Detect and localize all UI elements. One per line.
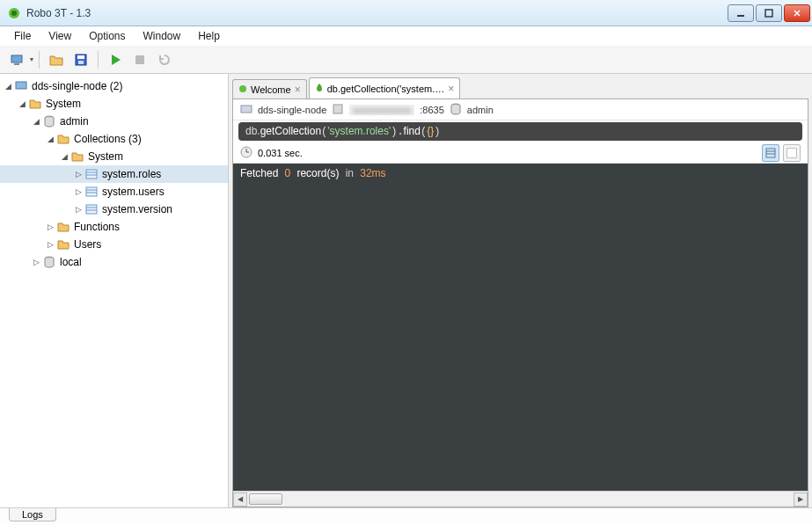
- tab-welcome[interactable]: Welcome ×: [232, 79, 307, 98]
- db-label: admin: [467, 105, 494, 115]
- minimize-button[interactable]: [728, 4, 754, 22]
- tree-database-admin[interactable]: ◢ admin: [0, 113, 228, 130]
- execution-time: 0.031 sec.: [258, 148, 303, 158]
- server-icon: [14, 79, 28, 93]
- twisty-icon[interactable]: ◢: [46, 135, 55, 143]
- twisty-icon[interactable]: ▷: [74, 170, 83, 179]
- database-icon: [42, 114, 56, 128]
- tree-system-folder[interactable]: ◢ System: [0, 95, 228, 113]
- menu-options[interactable]: Options: [80, 28, 134, 44]
- tree-label: system.roles: [102, 168, 161, 180]
- twisty-icon[interactable]: ◢: [60, 152, 69, 161]
- result-text: 32ms: [360, 167, 385, 179]
- result-text: 0: [285, 167, 291, 179]
- connect-button[interactable]: [5, 48, 28, 71]
- query-text: getCollection: [260, 125, 321, 137]
- window-title: Robo 3T - 1.3: [26, 7, 728, 19]
- folder-icon: [56, 237, 70, 252]
- run-button[interactable]: [104, 48, 127, 71]
- svg-rect-14: [86, 170, 97, 179]
- collection-icon: [84, 185, 99, 199]
- menu-file[interactable]: File: [5, 28, 40, 44]
- tree-functions[interactable]: ▷ Functions: [0, 218, 228, 236]
- result-status-bar: 0.031 sec.: [233, 142, 808, 164]
- open-button[interactable]: [45, 48, 68, 71]
- svg-rect-9: [77, 55, 84, 59]
- logs-tab[interactable]: Logs: [9, 508, 56, 521]
- tree-system-subfolder[interactable]: ◢ System: [0, 148, 228, 165]
- menu-help[interactable]: Help: [189, 28, 229, 44]
- clock-icon: [240, 146, 252, 160]
- svg-rect-26: [333, 105, 342, 113]
- tree-label: dds-single-node (2): [32, 80, 122, 92]
- tab-query[interactable]: db.getCollection('system.… ×: [309, 77, 461, 98]
- svg-point-1: [11, 11, 17, 16]
- tab-close-icon[interactable]: ×: [448, 83, 454, 95]
- host-label: dds-single-node: [258, 105, 326, 115]
- database-icon: [450, 103, 462, 117]
- menu-view[interactable]: View: [40, 28, 80, 44]
- twisty-icon[interactable]: ▷: [46, 240, 55, 249]
- twisty-icon[interactable]: ▷: [74, 205, 83, 214]
- collection-icon: [84, 202, 99, 216]
- tree-collection-roles[interactable]: ▷ system.roles: [0, 165, 228, 183]
- svg-rect-17: [86, 187, 97, 196]
- svg-rect-11: [135, 55, 144, 64]
- twisty-icon[interactable]: ◢: [32, 117, 40, 126]
- connection-info-bar: dds-single-node xxxxxxxxxxxx:8635 admin: [233, 99, 808, 120]
- folder-icon: [70, 149, 84, 164]
- horizontal-scrollbar[interactable]: ◀ ▶: [233, 491, 808, 507]
- tab-label: db.getCollection('system.…: [327, 84, 445, 94]
- scroll-left-icon[interactable]: ◀: [233, 492, 247, 507]
- close-button[interactable]: [784, 4, 810, 22]
- tree-label: system.version: [102, 203, 172, 215]
- svg-rect-31: [766, 149, 775, 157]
- svg-rect-7: [14, 63, 19, 65]
- twisty-icon[interactable]: ◢: [18, 99, 26, 108]
- save-button[interactable]: [69, 48, 92, 71]
- tree-label: Functions: [74, 221, 120, 233]
- svg-point-24: [239, 85, 246, 92]
- view-tree-button[interactable]: [762, 144, 779, 162]
- view-text-button[interactable]: [783, 144, 801, 162]
- twisty-icon[interactable]: ▷: [32, 258, 40, 266]
- editor-tabs: Welcome × db.getCollection('system.… ×: [232, 77, 808, 98]
- server-icon: [332, 103, 344, 117]
- tree-collection-users[interactable]: ▷ system.users: [0, 183, 228, 201]
- query-text: find: [404, 125, 421, 137]
- query-editor[interactable]: db.getCollection('system.roles').find({}…: [238, 122, 802, 141]
- tree-collection-version[interactable]: ▷ system.version: [0, 201, 228, 218]
- folder-icon: [56, 220, 70, 234]
- app-icon: [7, 6, 21, 20]
- host-icon: [240, 103, 252, 117]
- port-label: :8635: [420, 105, 444, 115]
- tree-label: admin: [60, 115, 89, 128]
- result-pane[interactable]: Fetched 0 record(s) in 32ms: [233, 164, 808, 491]
- maximize-button[interactable]: [756, 4, 782, 22]
- svg-rect-35: [787, 149, 796, 157]
- tree-collections[interactable]: ◢ Collections (3): [0, 130, 228, 148]
- scroll-track[interactable]: [247, 492, 794, 507]
- connection-tree[interactable]: ◢ dds-single-node (2) ◢ System ◢ admin ◢…: [0, 74, 229, 507]
- svg-rect-2: [737, 15, 744, 17]
- twisty-icon[interactable]: ▷: [46, 222, 55, 231]
- twisty-icon[interactable]: ▷: [74, 187, 83, 196]
- query-text: {}: [427, 125, 434, 137]
- scroll-right-icon[interactable]: ▶: [794, 492, 808, 507]
- title-bar: Robo 3T - 1.3: [0, 0, 812, 26]
- svg-rect-25: [241, 106, 252, 113]
- rotate-button[interactable]: [153, 48, 176, 71]
- scroll-thumb[interactable]: [249, 493, 282, 505]
- tab-close-icon[interactable]: ×: [295, 84, 301, 96]
- svg-rect-6: [11, 55, 22, 62]
- tree-connection[interactable]: ◢ dds-single-node (2): [0, 77, 228, 95]
- tree-database-local[interactable]: ▷ local: [0, 253, 228, 271]
- menu-window[interactable]: Window: [135, 28, 190, 44]
- tree-users[interactable]: ▷ Users: [0, 236, 228, 253]
- stop-button[interactable]: [128, 48, 151, 71]
- twisty-icon[interactable]: ◢: [4, 82, 12, 91]
- result-text: in: [346, 167, 354, 179]
- tree-label: Collections (3): [74, 133, 142, 145]
- database-icon: [42, 255, 56, 269]
- result-text: record(s): [296, 167, 339, 179]
